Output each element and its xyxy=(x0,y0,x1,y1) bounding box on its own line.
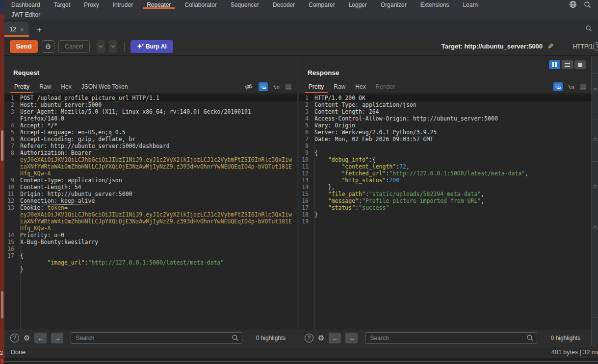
previous-match-button[interactable]: ← xyxy=(329,333,341,343)
edit-target-pencil-icon[interactable]: ✎ xyxy=(547,42,554,51)
menu-item-jwt-editor[interactable]: JWT Editor xyxy=(4,11,47,18)
menu-item-dashboard[interactable]: Dashboard xyxy=(4,0,47,9)
code-line[interactable]: 13Cookie: token= xyxy=(4,204,297,211)
code-line[interactable]: eyJ0eXAiOiJKV1QiLCJhbGciOiJIUzI1NiJ9.eyJ… xyxy=(4,156,297,163)
code-line[interactable]: 9Content-Type: application/json xyxy=(4,177,297,184)
send-button[interactable]: Send xyxy=(10,40,38,53)
inspector-collapsed-strip[interactable] xyxy=(592,56,598,346)
rows-layout-button[interactable] xyxy=(562,60,573,69)
code-line[interactable]: 11 "content_length":72, xyxy=(299,163,592,170)
menu-item-intruder[interactable]: Intruder xyxy=(106,0,140,9)
code-line[interactable]: 19 xyxy=(299,218,592,225)
chevron-down-icon[interactable] xyxy=(97,40,105,53)
forward-history-button[interactable] xyxy=(109,40,117,53)
code-line[interactable]: 8 xyxy=(299,143,592,149)
menu-item-organizer[interactable]: Organizer xyxy=(374,0,414,9)
cancel-button[interactable]: Cancel xyxy=(58,40,90,53)
tab-pretty[interactable]: Pretty xyxy=(9,80,34,93)
editor-menu-icon[interactable] xyxy=(285,84,292,90)
code-line[interactable]: 5Accept-Language: en-US,en;q=0.5 xyxy=(4,129,297,136)
code-line[interactable]: Firefox/140.0 xyxy=(4,115,297,122)
tab-json-web-token[interactable]: JSON Web Token xyxy=(77,80,133,93)
code-line[interactable]: 1POST /upload_profile_picture_url HTTP/1… xyxy=(4,95,297,101)
combined-layout-button[interactable] xyxy=(574,60,586,69)
code-line[interactable]: 3Content-Length: 264 xyxy=(299,108,592,115)
chevron-down-icon[interactable] xyxy=(109,40,117,53)
request-editor[interactable]: 1POST /upload_profile_picture_url HTTP/1… xyxy=(4,93,297,330)
http-version-label[interactable]: HTTP/1 xyxy=(573,43,593,50)
search-icon[interactable] xyxy=(584,1,591,8)
menu-item-sequencer[interactable]: Sequencer xyxy=(224,0,266,9)
response-search-input[interactable] xyxy=(365,332,537,344)
search-icon[interactable] xyxy=(585,25,592,32)
menu-item-collaborator[interactable]: Collaborator xyxy=(178,0,224,9)
menu-item-extensions[interactable]: Extensions xyxy=(414,0,456,9)
menu-item-comparer[interactable]: Comparer xyxy=(302,0,341,9)
response-editor[interactable]: 1HTTP/1.0 200 OK2Content-Type: applicati… xyxy=(299,93,592,330)
repeater-session-tab[interactable]: 12 × xyxy=(4,22,29,37)
previous-match-button[interactable]: ← xyxy=(34,333,47,343)
next-match-button[interactable]: → xyxy=(345,333,358,343)
hide-headers-eye-off-icon[interactable] xyxy=(244,83,253,91)
show-nonprintable-icon[interactable]: \n xyxy=(568,84,574,90)
code-line[interactable]: iaXNfYWRtaW4iOmZhbHNlLCJpYXQiOjE3NzAwMjI… xyxy=(4,218,297,225)
burp-ai-button[interactable]: ✦✦ Burp AI xyxy=(130,40,173,53)
tab-hex[interactable]: Hex xyxy=(56,80,76,93)
code-line[interactable]: 4Accept: */* xyxy=(4,122,297,129)
code-line[interactable]: 11Origin: http://ubuntu_server:5000 xyxy=(4,191,297,197)
tab-hex[interactable]: Hex xyxy=(350,80,370,93)
help-icon[interactable]: ? xyxy=(593,42,598,50)
code-line[interactable]: "image_url":"http://127.0.0.1:5000/lates… xyxy=(4,259,297,266)
code-line[interactable]: 14 }, xyxy=(299,184,592,191)
code-line[interactable]: 16 xyxy=(4,245,297,252)
code-line[interactable]: 6Server: Werkzeug/2.0.1 Python/3.9.25 xyxy=(299,129,592,136)
code-line[interactable]: Hfq_KQw-A xyxy=(4,170,297,177)
next-match-button[interactable]: → xyxy=(51,333,63,343)
code-line[interactable]: Hfq_KQw-A xyxy=(4,225,297,232)
code-line[interactable]: 14Priority: u=0 xyxy=(4,232,297,239)
code-line[interactable]: 16 "message":"Profile picture imported f… xyxy=(299,197,592,204)
code-line[interactable]: 2Content-Type: application/json xyxy=(299,101,592,108)
close-icon[interactable]: × xyxy=(20,26,24,33)
tab-pretty[interactable]: Pretty xyxy=(304,80,329,93)
code-line[interactable]: 6Accept-Encoding: gzip, deflate, br xyxy=(4,136,297,143)
code-line[interactable]: 4Access-Control-Allow-Origin: http://ubu… xyxy=(299,115,592,122)
code-line[interactable]: 15X-Bug-Bounty:kwesilarry xyxy=(4,239,297,245)
code-line[interactable]: iaXNfYWRtaW4iOmZhbHNlLCJpYXQiOjE3NzAwMjI… xyxy=(4,163,297,170)
menu-item-logger[interactable]: Logger xyxy=(342,0,374,9)
code-line[interactable]: } xyxy=(4,266,297,273)
soft-wrap-icon[interactable] xyxy=(259,82,268,91)
tab-render[interactable]: Render xyxy=(371,80,400,93)
new-tab-button[interactable]: + xyxy=(37,25,42,34)
code-line[interactable]: 15 "file_path":"static/uploads/582394_me… xyxy=(299,191,592,197)
menu-item-decoder[interactable]: Decoder xyxy=(266,0,302,9)
send-settings-gear-icon[interactable]: ⚙ xyxy=(42,40,54,53)
code-line[interactable]: 12Connection: keep-alive xyxy=(4,197,297,204)
menu-item-target[interactable]: Target xyxy=(47,0,77,9)
menu-item-repeater[interactable]: Repeater xyxy=(140,0,178,9)
code-line[interactable]: 10Content-Length: 54 xyxy=(4,184,297,191)
code-line[interactable]: eyJ0eXAiOiJKV1QiLCJhbGciOiJIUzI1NiJ9.eyJ… xyxy=(4,211,297,218)
code-line[interactable]: 3User-Agent: Mozilla/5.0 (X11; Linux x86… xyxy=(4,108,297,115)
search-settings-gear-icon[interactable]: ⚙ xyxy=(318,334,324,342)
back-history-button[interactable] xyxy=(97,40,105,53)
soft-wrap-icon[interactable] xyxy=(553,82,563,91)
code-line[interactable]: 7Date: Mon, 02 Feb 2026 09:03:57 GMT xyxy=(299,136,592,143)
code-line[interactable]: 12 "fetched_url":"http://127.0.0.1:5000/… xyxy=(299,170,592,177)
code-line[interactable]: 17 "status":"success" xyxy=(299,204,592,211)
show-nonprintable-icon[interactable]: \n xyxy=(273,84,280,90)
code-line[interactable]: 18} xyxy=(299,211,592,218)
tab-raw[interactable]: Raw xyxy=(329,80,350,93)
code-line[interactable]: 1HTTP/1.0 200 OK xyxy=(299,95,592,101)
code-line[interactable]: 7Referer: http://ubuntu_server:5000/dash… xyxy=(4,143,297,149)
menu-item-proxy[interactable]: Proxy xyxy=(77,0,106,9)
code-line[interactable]: 17{ xyxy=(4,252,297,259)
editor-menu-icon[interactable] xyxy=(580,84,587,90)
request-search-input[interactable] xyxy=(71,332,242,344)
code-line[interactable]: 13 "http_status":200 xyxy=(299,177,592,184)
code-line[interactable]: 2Host: ubuntu_server:5000 xyxy=(4,101,297,108)
help-icon[interactable]: ? xyxy=(10,334,19,342)
code-line[interactable]: 10 "debug_info":{ xyxy=(299,156,592,163)
columns-layout-button[interactable] xyxy=(549,60,560,69)
code-line[interactable]: 5Vary: Origin xyxy=(299,122,592,129)
